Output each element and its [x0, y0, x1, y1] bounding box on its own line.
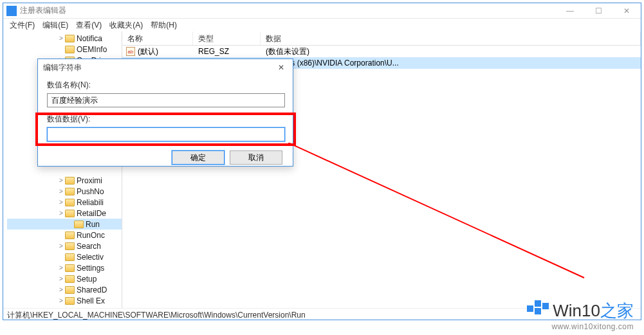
list-header: 名称 类型 数据 [122, 32, 641, 46]
minimize-button[interactable]: — [556, 3, 584, 19]
disclosure-icon[interactable]: > [57, 286, 65, 293]
tree-label: RetailDe [77, 209, 106, 218]
disclosure-icon[interactable]: > [57, 35, 65, 42]
tree-item-selectiv[interactable]: Selectiv [7, 251, 122, 262]
col-type[interactable]: 类型 [193, 32, 261, 45]
brand-zh: 之家 [600, 301, 634, 320]
folder-icon [65, 231, 75, 239]
ok-button[interactable]: 确定 [172, 150, 225, 165]
tree-item-settings[interactable]: >Settings [7, 262, 122, 273]
disclosure-icon[interactable]: > [57, 275, 65, 282]
folder-icon [65, 297, 75, 305]
folder-icon [65, 253, 75, 261]
tree-label: Notifica [77, 34, 102, 43]
list-row[interactable]: ab(默认)REG_SZ(数值未设置) [122, 46, 641, 57]
window-title: 注册表编辑器 [20, 5, 556, 16]
folder-icon [65, 210, 75, 217]
tree-item-sharedd[interactable]: >SharedD [7, 284, 122, 295]
tree-label: Search [77, 242, 101, 251]
cell-data: am Files (x86)\NVIDIA Corporation\U... [261, 59, 641, 68]
tree-item-proximi[interactable]: >Proximi [7, 175, 122, 186]
tree-item-notifica[interactable]: >Notifica [7, 33, 122, 44]
tree-item-setup[interactable]: >Setup [7, 273, 122, 284]
dialog-title: 编辑字符串 [43, 62, 275, 73]
app-icon [6, 6, 17, 16]
tree-label: Shell Ex [77, 296, 105, 305]
windows-logo-icon [527, 300, 549, 322]
watermark: Win10之家 www.win10xitong.com [527, 300, 634, 331]
tree-label: Selectiv [77, 253, 104, 262]
tree-label: Reliabili [77, 198, 104, 207]
menu-edit[interactable]: 编辑(E) [39, 20, 72, 31]
folder-icon [65, 177, 75, 185]
value-data-input[interactable] [47, 127, 285, 141]
col-name[interactable]: 名称 [122, 32, 193, 45]
value-name-label: 数值名称(N): [47, 80, 284, 91]
tree-item-reliabili[interactable]: >Reliabili [7, 197, 122, 208]
maximize-button[interactable]: ☐ [584, 3, 612, 19]
cell-type: REG_SZ [193, 47, 261, 56]
cell-name: (默认) [138, 46, 158, 57]
folder-icon [65, 35, 75, 42]
disclosure-icon[interactable]: > [57, 188, 65, 195]
close-button[interactable]: ✕ [612, 3, 641, 19]
tree-item-search[interactable]: >Search [7, 240, 122, 251]
folder-icon [65, 242, 75, 250]
cancel-button[interactable]: 取消 [230, 150, 282, 165]
folder-icon [65, 264, 75, 272]
brand-url: www.win10xitong.com [527, 322, 634, 331]
tree-label: SharedD [77, 285, 107, 294]
disclosure-icon[interactable]: > [57, 177, 65, 184]
menubar: 文件(F) 编辑(E) 查看(V) 收藏夹(A) 帮助(H) [3, 19, 641, 32]
disclosure-icon[interactable]: > [57, 210, 65, 217]
folder-icon [74, 221, 84, 228]
tree-item-oeminfo[interactable]: OEMInfo [7, 44, 122, 55]
folder-icon [65, 199, 75, 206]
folder-icon [65, 46, 75, 53]
disclosure-icon[interactable]: > [57, 264, 65, 271]
string-value-icon: ab [126, 47, 135, 56]
tree-item-run[interactable]: Run [7, 219, 122, 230]
tree-label: Setup [77, 275, 97, 284]
folder-icon [65, 188, 75, 195]
titlebar: 注册表编辑器 — ☐ ✕ [3, 3, 641, 19]
disclosure-icon[interactable]: > [57, 242, 65, 249]
tree-label: Proximi [77, 176, 102, 185]
value-name-input[interactable] [47, 93, 285, 107]
tree-item-shell ex[interactable]: >Shell Ex [7, 295, 122, 306]
menu-file[interactable]: 文件(F) [6, 20, 39, 31]
menu-help[interactable]: 帮助(H) [147, 20, 181, 31]
dialog-close-button[interactable]: ✕ [275, 63, 288, 72]
value-data-label: 数值数据(V): [47, 114, 284, 125]
tree-label: PushNo [77, 187, 104, 196]
tree-item-pushno[interactable]: >PushNo [7, 186, 122, 197]
tree-label: Run [86, 220, 100, 229]
tree-label: Settings [77, 264, 104, 273]
menu-favorites[interactable]: 收藏夹(A) [106, 20, 147, 31]
tree-label: OEMInfo [77, 45, 107, 54]
cell-data: (数值未设置) [261, 46, 641, 57]
tree-item-retailde[interactable]: >RetailDe [7, 208, 122, 219]
tree-item-runonc[interactable]: RunOnc [7, 230, 122, 240]
tree-label: RunOnc [77, 231, 105, 240]
menu-view[interactable]: 查看(V) [72, 20, 106, 31]
disclosure-icon[interactable]: > [57, 297, 65, 304]
folder-icon [65, 275, 75, 283]
disclosure-icon[interactable]: > [57, 199, 65, 206]
edit-string-dialog: 编辑字符串 ✕ 数值名称(N): 数值数据(V): 确定 取消 [37, 59, 293, 167]
brand-en: Win10 [553, 301, 600, 320]
folder-icon [65, 286, 75, 294]
col-data[interactable]: 数据 [261, 32, 641, 45]
